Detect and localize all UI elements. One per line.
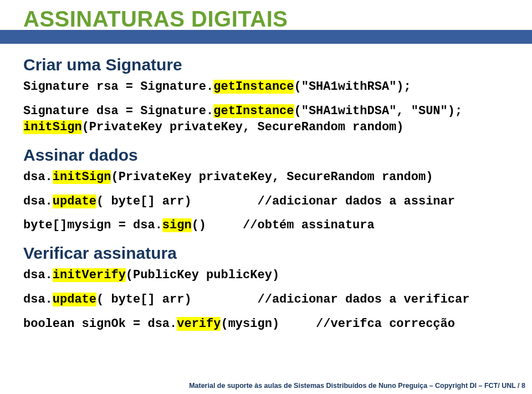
code-block-2c: byte[]mysign = dsa.sign() //obtém assina… xyxy=(23,217,509,234)
code-pad xyxy=(206,218,243,232)
title-bar xyxy=(0,30,532,44)
code-comment: //obtém assinatura xyxy=(243,218,375,232)
slide-content: Criar uma Signature Signature rsa = Sign… xyxy=(23,50,509,332)
code-text: ("SHA1withDSA", "SUN"); xyxy=(294,104,463,118)
code-pad xyxy=(279,317,316,331)
code-block-1c: initSign(PrivateKey privateKey, SecureRa… xyxy=(23,119,509,136)
code-hl: getInstance xyxy=(213,80,294,94)
code-pad xyxy=(192,195,258,208)
slide: ASSINATURAS DIGITAIS Criar uma Signature… xyxy=(0,0,532,394)
code-text: (PublicKey publicKey) xyxy=(126,268,279,282)
code-block-3b: dsa.update( byte[] arr) //adicionar dado… xyxy=(23,291,509,308)
code-hl: initSign xyxy=(53,170,111,184)
code-comment: //adicionar dados a verificar xyxy=(258,293,470,306)
code-text: dsa. xyxy=(23,268,53,282)
code-hl: update xyxy=(53,293,96,306)
section-heading-sign: Assinar dados xyxy=(23,146,509,165)
code-text: Signature dsa = Signature. xyxy=(23,104,213,118)
code-text: dsa. xyxy=(23,170,53,184)
code-pad xyxy=(192,293,258,306)
code-block-2a: dsa.initSign(PrivateKey privateKey, Secu… xyxy=(23,169,509,186)
code-text: dsa. xyxy=(23,293,53,306)
code-hl: verify xyxy=(177,317,221,331)
footer-text: Material de suporte às aulas de Sistemas… xyxy=(189,382,525,390)
code-text: Signature rsa = Signature. xyxy=(23,80,213,94)
code-text: ("SHA1withRSA"); xyxy=(294,80,411,94)
code-comment: //adicionar dados a assinar xyxy=(258,195,455,208)
section-heading-verify: Verificar assinatura xyxy=(23,244,509,263)
code-text: ( byte[] arr) xyxy=(96,195,192,208)
code-hl: initVerify xyxy=(53,268,126,282)
code-block-3c: boolean signOk = dsa.verify(mysign) //ve… xyxy=(23,316,509,332)
code-text: dsa. xyxy=(23,195,53,208)
code-text: byte[]mysign = dsa. xyxy=(23,218,162,232)
code-text: ( byte[] arr) xyxy=(96,293,192,306)
code-comment: //verifca correcção xyxy=(316,317,455,331)
code-hl: sign xyxy=(162,218,192,232)
code-text: () xyxy=(192,218,206,232)
code-hl: update xyxy=(53,195,96,208)
section-heading-create: Criar uma Signature xyxy=(23,55,509,74)
code-block-1b: Signature dsa = Signature.getInstance("S… xyxy=(23,103,509,120)
code-text: (mysign) xyxy=(221,317,279,331)
slide-title: ASSINATURAS DIGITAIS xyxy=(23,7,288,32)
code-text: (PrivateKey privateKey, SecureRandom ran… xyxy=(82,120,404,134)
code-block-3a: dsa.initVerify(PublicKey publicKey) xyxy=(23,267,509,284)
code-block-1: Signature rsa = Signature.getInstance("S… xyxy=(23,79,509,95)
code-hl: initSign xyxy=(23,120,82,134)
code-block-2b: dsa.update( byte[] arr) //adicionar dado… xyxy=(23,193,509,210)
code-text: boolean signOk = dsa. xyxy=(23,317,177,331)
code-text: (PrivateKey privateKey, SecureRandom ran… xyxy=(111,170,433,184)
code-hl: getInstance xyxy=(213,104,294,118)
